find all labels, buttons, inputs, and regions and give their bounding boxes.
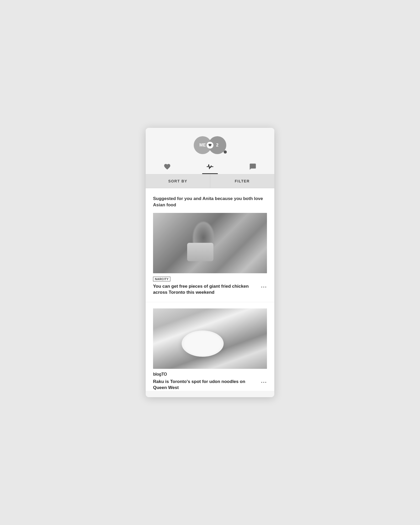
phone-frame: ME 2 [146,128,274,397]
suggestion-label: Suggested for you and Anita because you … [153,196,267,208]
article-title-row-2: Raku is Toronto's spot for udon noodles … [153,379,267,391]
fried-chicken-image [153,213,267,273]
article-image-1[interactable] [153,213,267,273]
divider-1 [146,302,274,302]
article-card-2: blogTO Raku is Toronto's spot for udon n… [153,308,267,391]
article-card-1: NARCITY You can get free pieces of giant… [153,213,267,296]
sort-by-button[interactable]: SORT BY [146,174,210,188]
avatar-me-label: ME [200,143,206,148]
tab-bar [146,159,274,174]
tab-favorites[interactable] [146,159,188,174]
header: ME 2 [146,128,274,174]
tab-activity[interactable] [188,159,231,174]
article-image-2[interactable] [153,308,267,369]
blogto-label: blogTO [153,372,167,376]
chat-tab-icon [249,163,256,170]
article-title-2[interactable]: Raku is Toronto's spot for udon noodles … [153,379,261,391]
avatars-row: ME 2 [194,136,226,154]
source-badge-2: blogTO [153,372,167,377]
pulse-tab-icon [206,163,214,170]
main-content: Suggested for you and Anita because you … [146,188,274,391]
article-title-row-1: You can get free pieces of giant fried c… [153,284,267,296]
source-badge-1: NARCITY [153,277,170,281]
heart-icon [208,143,212,147]
filter-button[interactable]: FILTER [210,174,275,188]
heart-badge [207,142,213,149]
article-title-1[interactable]: You can get free pieces of giant fried c… [153,284,261,296]
avatar-two-label: 2 [216,143,218,148]
more-button-2[interactable]: ··· [261,379,267,385]
online-dot [224,150,227,154]
raku-image [153,308,267,369]
heart-tab-icon [164,163,171,170]
sort-filter-bar: SORT BY FILTER [146,174,274,188]
more-button-1[interactable]: ··· [261,284,267,290]
tab-messages[interactable] [232,159,274,174]
